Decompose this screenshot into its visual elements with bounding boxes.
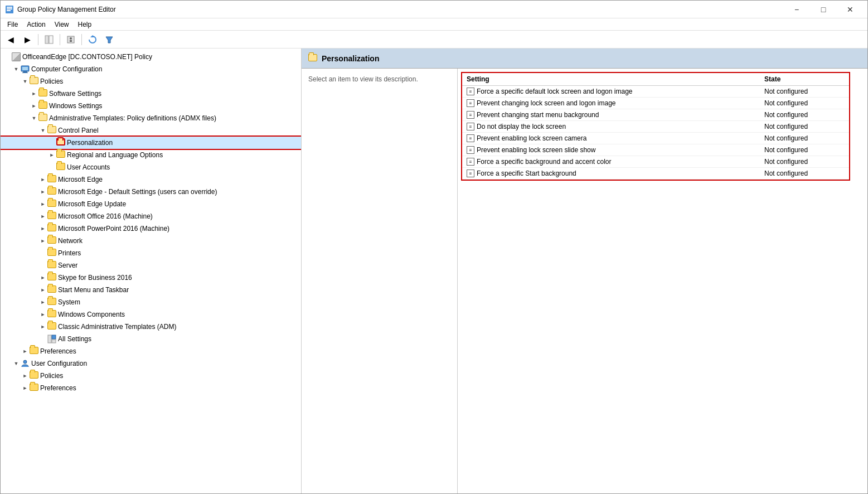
user-policies-expander[interactable]: ► [21, 371, 30, 380]
tree-printers[interactable]: Printers [1, 247, 301, 259]
tree-network[interactable]: ► Network [1, 235, 301, 247]
office-2016-label: Microsoft Office 2016 (Machine) [58, 212, 153, 220]
tree-start-menu[interactable]: ► Start Menu and Taskbar [1, 284, 301, 296]
tree-cc-preferences[interactable]: ► Preferences [1, 345, 301, 357]
filter-button[interactable] [101, 32, 117, 47]
menu-action[interactable]: Action [22, 20, 50, 30]
tree-ms-edge-default[interactable]: ► Microsoft Edge - Default Settings (use… [1, 186, 301, 198]
policy-setting-icon [467, 99, 474, 107]
ms-edge-default-expander[interactable]: ► [38, 187, 47, 196]
table-row[interactable]: Prevent enabling lock screen cameraNot c… [462, 133, 849, 144]
tree-user-preferences[interactable]: ► Preferences [1, 382, 301, 394]
tree-software-settings[interactable]: ► Software Settings [1, 88, 301, 100]
tree-classic-admin[interactable]: ► Classic Administrative Templates (ADM) [1, 321, 301, 333]
user-config-expander[interactable]: ▼ [12, 359, 21, 368]
menu-file[interactable]: File [3, 20, 22, 30]
svg-rect-2 [7, 8, 12, 9]
show-hide-console-tree-button[interactable] [41, 32, 57, 47]
table-row[interactable]: Do not display the lock screenNot config… [462, 121, 849, 133]
classic-admin-expander[interactable]: ► [38, 322, 47, 331]
skype-expander[interactable]: ► [38, 273, 47, 282]
control-panel-folder-icon [47, 126, 56, 135]
tree-windows-settings[interactable]: ► Windows Settings [1, 100, 301, 112]
skype-folder-icon [47, 273, 56, 282]
tree-policies[interactable]: ▼ Policies [1, 75, 301, 88]
setting-state: Not configured [760, 156, 849, 168]
policies-expander[interactable]: ▼ [21, 77, 30, 86]
tree-system[interactable]: ► System [1, 296, 301, 308]
back-button[interactable]: ◀ [3, 32, 18, 47]
tree-personalization[interactable]: Personalization [1, 137, 301, 149]
tree-all-settings[interactable]: All Settings [1, 333, 301, 345]
control-panel-expander[interactable]: ▼ [38, 126, 47, 135]
tree-powerpoint-2016[interactable]: ► Microsoft PowerPoint 2016 (Machine) [1, 222, 301, 235]
menu-bar: File Action View Help [1, 18, 867, 31]
setting-name: Prevent enabling lock screen camera [477, 134, 586, 142]
tree-windows-components[interactable]: ► Windows Components [1, 308, 301, 321]
table-row[interactable]: Force a specific background and accent c… [462, 156, 849, 168]
ms-edge-default-folder-icon [47, 187, 56, 196]
tree-user-config[interactable]: ▼ User Configuration [1, 357, 301, 370]
menu-help[interactable]: Help [74, 20, 96, 30]
svg-rect-5 [49, 36, 53, 43]
tree-computer-config[interactable]: ▼ Computer Configuration [1, 63, 301, 75]
close-button[interactable]: ✕ [837, 1, 863, 18]
policy-setting-icon [467, 146, 474, 154]
tree-user-accounts[interactable]: User Accounts [1, 161, 301, 173]
table-row[interactable]: Prevent changing start menu backgroundNo… [462, 109, 849, 121]
win-components-expander[interactable]: ► [38, 310, 47, 319]
computer-config-label: Computer Configuration [31, 65, 102, 73]
svg-rect-12 [22, 67, 28, 70]
state-column-header: State [760, 73, 849, 86]
regional-language-label: Regional and Language Options [67, 151, 163, 159]
minimize-button[interactable]: − [784, 1, 809, 18]
tree-control-panel[interactable]: ▼ Control Panel [1, 124, 301, 137]
tree-panel: OfficeandEdge [DC.CONTOSO.NET] Policy ▼ … [1, 49, 302, 493]
svg-rect-16 [52, 335, 56, 339]
settings-table: Setting State Force a specific default l… [462, 73, 849, 180]
table-row[interactable]: Prevent enabling lock screen slide showN… [462, 144, 849, 156]
tree-server[interactable]: Server [1, 259, 301, 272]
tree-skype-business[interactable]: ► Skype for Business 2016 [1, 272, 301, 284]
regional-expander[interactable]: ► [47, 151, 56, 159]
tree-ms-edge[interactable]: ► Microsoft Edge [1, 173, 301, 186]
powerpoint-2016-expander[interactable]: ► [38, 224, 47, 233]
main-content: OfficeandEdge [DC.CONTOSO.NET] Policy ▼ … [1, 49, 867, 493]
table-row[interactable]: Force a specific default lock screen and… [462, 86, 849, 98]
refresh-button[interactable] [85, 32, 100, 47]
menu-view[interactable]: View [50, 20, 74, 30]
svg-rect-14 [22, 72, 28, 73]
software-expander[interactable]: ► [30, 89, 38, 98]
tree-root-node[interactable]: OfficeandEdge [DC.CONTOSO.NET] Policy [1, 51, 301, 63]
tree-regional-language[interactable]: ► Regional and Language Options [1, 149, 301, 161]
properties-button[interactable] [63, 32, 79, 47]
network-expander[interactable]: ► [38, 236, 47, 245]
ms-edge-expander[interactable]: ► [38, 175, 47, 184]
tree-office-2016[interactable]: ► Microsoft Office 2016 (Machine) [1, 210, 301, 222]
table-row[interactable]: Prevent changing lock screen and logon i… [462, 98, 849, 109]
right-header-folder-icon [308, 54, 317, 63]
tree-user-policies[interactable]: ► Policies [1, 370, 301, 382]
software-folder-icon [38, 89, 47, 98]
right-panel-title: Personalization [322, 54, 379, 63]
maximize-button[interactable]: □ [811, 1, 836, 18]
svg-rect-13 [23, 71, 27, 72]
windows-expander[interactable]: ► [30, 101, 38, 110]
cc-preferences-expander[interactable]: ► [21, 347, 30, 356]
forward-button[interactable]: ▶ [20, 32, 35, 47]
ms-edge-update-expander[interactable]: ► [38, 200, 47, 209]
start-menu-folder-icon [47, 285, 56, 294]
printers-label: Printers [58, 249, 81, 257]
start-menu-expander[interactable]: ► [38, 285, 47, 294]
office-2016-expander[interactable]: ► [38, 212, 47, 221]
tree-ms-edge-update[interactable]: ► Microsoft Edge Update [1, 198, 301, 210]
user-preferences-expander[interactable]: ► [21, 384, 30, 393]
admin-templates-expander[interactable]: ▼ [30, 114, 38, 123]
computer-config-expander[interactable]: ▼ [12, 65, 21, 74]
svg-point-18 [23, 360, 27, 364]
setting-state: Not configured [760, 168, 849, 180]
svg-rect-1 [7, 7, 12, 8]
tree-admin-templates[interactable]: ▼ Administrative Templates: Policy defin… [1, 112, 301, 124]
system-expander[interactable]: ► [38, 298, 47, 307]
table-row[interactable]: Force a specific Start backgroundNot con… [462, 168, 849, 180]
